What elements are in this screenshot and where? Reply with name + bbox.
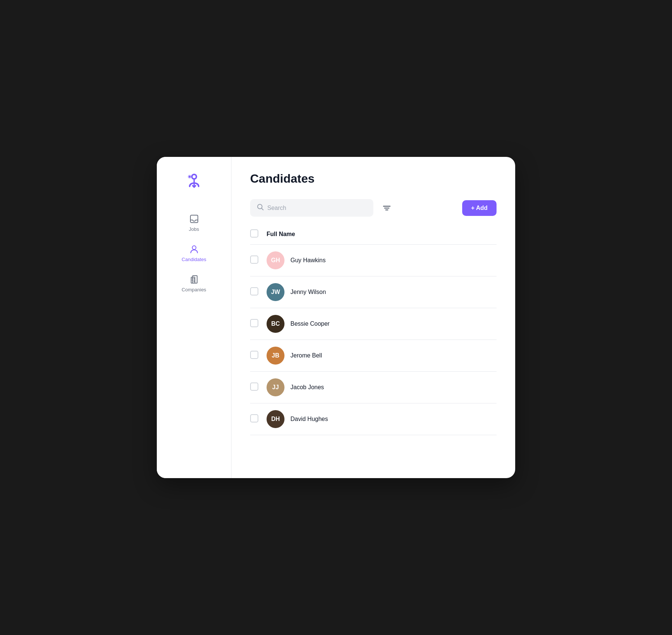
companies-nav-label: Companies — [182, 287, 206, 292]
avatar: GH — [267, 251, 284, 269]
avatar: JW — [267, 283, 284, 301]
sidebar-item-candidates[interactable]: Candidates — [157, 239, 231, 267]
row-checkbox-6[interactable] — [250, 414, 258, 422]
row-checkbox-5[interactable] — [250, 382, 258, 391]
sidebar-item-companies[interactable]: Companies — [157, 270, 231, 297]
sidebar-item-jobs[interactable]: Jobs — [157, 209, 231, 236]
jobs-nav-label: Jobs — [189, 226, 199, 232]
row-checkbox-1[interactable] — [250, 255, 258, 264]
table-row-divider — [250, 403, 497, 403]
select-all-checkbox[interactable] — [250, 229, 258, 238]
avatar: JJ — [267, 378, 284, 396]
avatar: JB — [267, 347, 284, 365]
building-icon — [189, 274, 199, 285]
app-logo — [181, 168, 207, 194]
candidate-name: Jerome Bell — [290, 352, 322, 359]
row-checkbox-col — [250, 351, 261, 360]
sidebar-nav: Jobs Candidates — [157, 209, 231, 297]
candidate-name: David Hughes — [290, 416, 328, 422]
svg-point-5 — [192, 246, 196, 250]
main-content: Candidates + Add — [231, 157, 515, 478]
candidate-name: Guy Hawkins — [290, 257, 326, 264]
table-row-divider — [250, 308, 497, 308]
table-row[interactable]: DH David Hughes — [250, 405, 497, 433]
candidate-rows: GH Guy Hawkins JW Jenny Wilson BC Bessie… — [250, 246, 497, 435]
table-row[interactable]: BC Bessie Cooper — [250, 310, 497, 338]
row-checkbox-col — [250, 255, 261, 265]
sidebar: Jobs Candidates — [157, 157, 231, 478]
row-checkbox-col — [250, 414, 261, 424]
row-checkbox-col — [250, 287, 261, 297]
app-window: Jobs Candidates — [157, 157, 515, 478]
table-row[interactable]: JB Jerome Bell — [250, 341, 497, 370]
avatar: BC — [267, 315, 284, 333]
svg-point-3 — [189, 176, 190, 178]
row-checkbox-2[interactable] — [250, 287, 258, 295]
search-input[interactable] — [267, 205, 367, 211]
row-checkbox-4[interactable] — [250, 351, 258, 359]
table-row[interactable]: JW Jenny Wilson — [250, 278, 497, 306]
table-header: Full Name — [250, 226, 497, 243]
row-checkbox-3[interactable] — [250, 319, 258, 327]
person-icon — [189, 244, 199, 254]
candidate-name: Jacob Jones — [290, 384, 324, 391]
table-row-divider — [250, 435, 497, 435]
candidate-name: Bessie Cooper — [290, 320, 330, 327]
candidate-name: Jenny Wilson — [290, 289, 326, 295]
search-box — [250, 199, 373, 217]
search-icon — [257, 204, 264, 212]
column-fullname-header: Full Name — [267, 231, 295, 238]
table-row-divider — [250, 340, 497, 340]
toolbar: + Add — [250, 199, 497, 217]
table-row[interactable]: JJ Jacob Jones — [250, 373, 497, 402]
avatar: DH — [267, 410, 284, 428]
page-title: Candidates — [250, 172, 497, 186]
svg-line-14 — [262, 208, 263, 210]
table-row-divider — [250, 276, 497, 276]
candidates-table: Full Name GH Guy Hawkins JW Jenny Wilson… — [250, 226, 497, 435]
svg-point-13 — [258, 204, 262, 209]
filter-button[interactable] — [379, 201, 394, 216]
row-checkbox-col — [250, 319, 261, 329]
table-row-divider — [250, 371, 497, 372]
row-checkbox-col — [250, 382, 261, 392]
candidates-nav-label: Candidates — [182, 257, 206, 262]
inbox-icon — [189, 214, 199, 224]
table-divider-header — [250, 244, 497, 245]
header-checkbox-col — [250, 229, 261, 239]
add-candidate-button[interactable]: + Add — [462, 200, 497, 216]
table-row[interactable]: GH Guy Hawkins — [250, 246, 497, 275]
svg-point-1 — [193, 175, 196, 178]
